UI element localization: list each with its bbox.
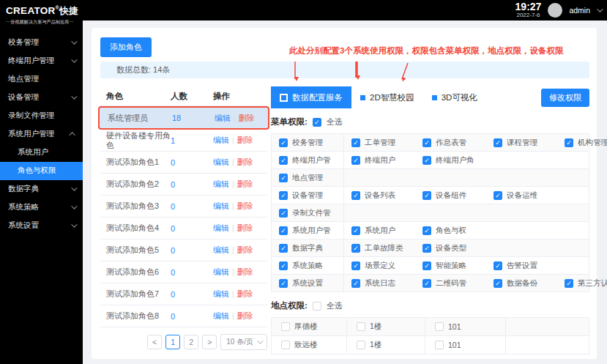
sidebar-item-system-policy[interactable]: 系统策略 [0,198,83,217]
checkbox-checked[interactable]: ✓ [494,261,502,270]
sidebar-item-recording-file-mgmt[interactable]: 录制文件管理 [0,107,83,125]
table-row[interactable]: 测试添加角色70编辑|删除 [100,283,267,305]
location-cell: 1楼 [347,318,425,335]
checkbox-checked[interactable]: ✓ [279,209,288,218]
role-actions: 编辑|删除 [215,113,266,124]
permission-item-cell: ✓第三方认 [557,275,607,291]
add-role-button[interactable]: 添加角色 [100,37,152,57]
edit-link[interactable]: 编辑 [213,135,229,144]
checkbox-checked[interactable]: ✓ [351,138,360,147]
table-row[interactable]: 测试添加角色80编辑|删除 [100,305,267,327]
checkbox-checked[interactable]: ✓ [351,191,360,200]
role-count: 0 [171,312,213,321]
tab-3d-visualization[interactable]: 3D可视化 [423,86,486,108]
delete-link[interactable]: 删除 [237,289,253,298]
checkbox-checked[interactable]: ✓ [422,261,431,270]
tab-data-config-service[interactable]: 数据配置服务 [271,86,351,108]
checkbox-checked[interactable]: ✓ [279,279,288,288]
delete-link[interactable]: 删除 [237,267,253,276]
checkbox-unchecked[interactable] [357,322,365,331]
delete-link[interactable]: 删除 [237,311,253,320]
location-select-all-checkbox[interactable] [313,302,321,311]
username-label[interactable]: admin [569,6,590,15]
checkbox-checked[interactable]: ✓ [279,261,288,270]
sidebar-item-location-mgmt[interactable]: 地点管理 [0,70,83,89]
delete-link[interactable]: 删除 [237,179,253,188]
checkbox-checked[interactable]: ✓ [565,279,573,288]
edit-link[interactable]: 编辑 [213,179,229,188]
checkbox-unchecked[interactable] [281,322,290,331]
checkbox-checked[interactable]: ✓ [279,156,288,165]
table-row[interactable]: 测试添加角色10编辑|删除 [100,152,267,174]
checkbox-checked[interactable]: ✓ [279,191,288,200]
edit-link[interactable]: 编辑 [213,267,229,276]
checkbox-unchecked[interactable] [435,322,444,331]
checkbox-unchecked[interactable] [281,341,290,349]
edit-link[interactable]: 编辑 [213,157,229,166]
checkbox-unchecked[interactable] [435,341,444,349]
checkbox-checked[interactable]: ✓ [351,261,360,270]
checkbox-checked[interactable]: ✓ [422,244,431,253]
checkbox-checked[interactable]: ✓ [279,174,288,182]
delete-link[interactable]: 删除 [237,201,253,210]
checkbox-checked[interactable]: ✓ [351,244,360,253]
menu-select-all-checkbox[interactable]: ✓ [313,118,321,127]
checkbox-checked[interactable]: ✓ [279,244,288,253]
checkbox-checked[interactable]: ✓ [494,191,502,200]
edit-link[interactable]: 编辑 [215,114,231,122]
table-row[interactable]: 测试添加角色40编辑|删除 [100,218,267,239]
pagination-page-1[interactable]: 1 [165,335,180,349]
table-row[interactable]: 测试添加角色30编辑|删除 [100,196,267,218]
sidebar-item-system-settings[interactable]: 系统设置 [0,217,83,235]
table-row[interactable]: 系统管理员18编辑|删除 [98,106,269,130]
action-divider: | [232,223,234,232]
checkbox-unchecked[interactable] [357,341,365,349]
avatar[interactable] [548,3,562,18]
sidebar-item-device-mgmt[interactable]: 设备管理 [0,89,83,107]
edit-link[interactable]: 编辑 [213,223,229,232]
sidebar-item-roles-permissions[interactable]: 角色与权限 [0,162,83,180]
edit-link[interactable]: 编辑 [213,289,229,298]
checkbox-checked[interactable]: ✓ [422,279,431,288]
checkbox-checked[interactable]: ✓ [422,138,431,147]
checkbox-checked[interactable]: ✓ [351,226,360,235]
sidebar-item-terminal-user-mgmt[interactable]: 终端用户管理 [0,52,83,70]
checkbox-checked[interactable]: ✓ [494,279,502,288]
table-row[interactable]: 测试添加角色20编辑|删除 [100,174,267,196]
sidebar-item-system-user-mgmt[interactable]: 系统用户管理 [0,125,83,144]
edit-link[interactable]: 编辑 [213,245,229,254]
permission-row: ✓系统策略✓场景定义✓智能策略✓告警设置 [272,257,589,275]
sidebar-item-label: 系统设置 [8,220,39,231]
checkbox-checked[interactable]: ✓ [279,226,288,235]
delete-link[interactable]: 删除 [239,114,255,122]
edit-link[interactable]: 编辑 [213,201,229,210]
delete-link[interactable]: 删除 [237,223,253,232]
checkbox-checked[interactable]: ✓ [494,138,502,147]
delete-link[interactable]: 删除 [237,245,253,254]
sidebar-item-data-dictionary[interactable]: 数据字典 [0,180,83,198]
modify-permissions-button[interactable]: 修改权限 [541,89,589,107]
delete-link[interactable]: 删除 [237,157,253,166]
pagination-prev-button[interactable]: < [147,335,162,349]
checkbox-checked[interactable]: ✓ [422,156,431,165]
checkbox-checked[interactable]: ✓ [351,156,360,165]
table-row[interactable]: 测试添加角色60编辑|删除 [100,261,267,283]
tab-2d-smart-campus[interactable]: 2D智慧校园 [351,86,423,108]
table-row[interactable]: 硬件设备楼专用角色1编辑|删除 [100,130,267,152]
checkbox-checked[interactable]: ✓ [565,138,573,147]
column-header: 角色 [100,91,171,102]
pagination-page-2[interactable]: 2 [184,335,198,349]
checkbox-checked[interactable]: ✓ [351,279,360,288]
page-size-select[interactable]: 10 条/页 [220,334,267,350]
checkbox-checked[interactable]: ✓ [422,226,431,235]
checkbox-checked[interactable]: ✓ [422,191,431,200]
action-divider: | [232,157,234,166]
pagination-next-button[interactable]: > [202,335,217,349]
sidebar-item-system-users[interactable]: 系统用户 [0,144,83,162]
delete-link[interactable]: 删除 [237,135,253,144]
checkbox-checked[interactable]: ✓ [279,138,288,147]
table-row[interactable]: 测试添加角色50编辑|删除 [100,239,267,261]
edit-link[interactable]: 编辑 [213,311,229,320]
permission-group-label: 系统策略 [292,261,323,271]
sidebar-item-school-affairs[interactable]: 校务管理 [0,34,83,52]
